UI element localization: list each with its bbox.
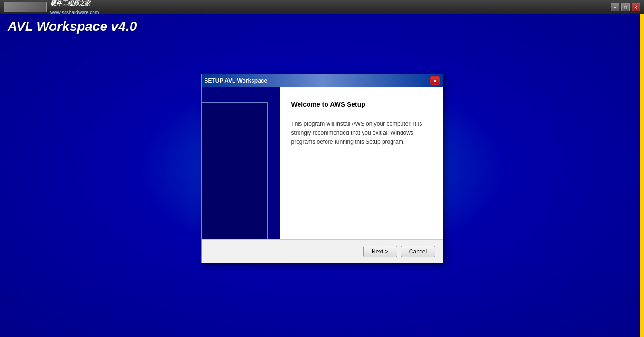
dialog-content-area: Welcome to AWS Setup This program will i…: [280, 87, 443, 239]
modal-overlay: SETUP AVL Workspace × Welcome to AWS Set…: [0, 0, 644, 337]
setup-dialog: SETUP AVL Workspace × Welcome to AWS Set…: [201, 74, 443, 263]
top-bar-title: 硬件工程师之家 www.ssshardware.com: [50, 0, 99, 16]
top-bar: 硬件工程师之家 www.ssshardware.com − □ ×: [0, 0, 644, 14]
dialog-title-label: SETUP AVL Workspace: [205, 77, 268, 84]
dialog-body: Welcome to AWS Setup This program will i…: [202, 87, 443, 239]
top-bar-thumbnail: [4, 2, 47, 12]
dialog-content-title: Welcome to AWS Setup: [291, 101, 431, 108]
cancel-button[interactable]: Cancel: [401, 246, 435, 257]
dialog-sidebar-panel: [202, 102, 268, 239]
dialog-close-button[interactable]: ×: [430, 76, 440, 85]
next-button[interactable]: Next >: [363, 246, 397, 257]
restore-button[interactable]: □: [621, 3, 630, 11]
top-bar-left: 硬件工程师之家 www.ssshardware.com: [4, 0, 99, 16]
site-title: 硬件工程师之家: [50, 0, 90, 7]
dialog-titlebar: SETUP AVL Workspace ×: [202, 74, 443, 87]
dialog-sidebar: [202, 87, 280, 239]
dialog-footer: Next > Cancel: [202, 239, 443, 263]
window-controls: − □ ×: [611, 3, 640, 11]
dialog-content-body: This program will install AWS on your co…: [291, 120, 431, 147]
window-close-button[interactable]: ×: [632, 3, 640, 11]
site-url: www.ssshardware.com: [50, 10, 99, 15]
minimize-button[interactable]: −: [611, 3, 619, 11]
